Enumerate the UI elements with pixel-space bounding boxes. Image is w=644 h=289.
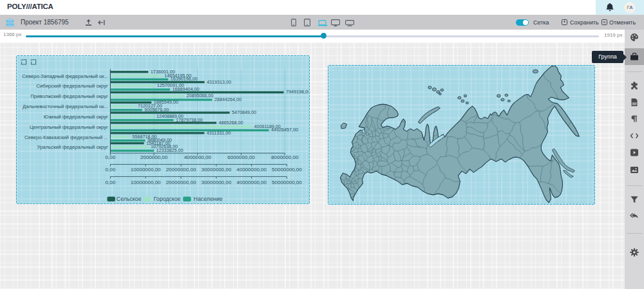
svg-text:12333825,00: 12333825,00	[156, 147, 184, 153]
svg-text:Уральский федеральный округ: Уральский федеральный округ	[37, 144, 108, 150]
svg-text:SVG: SVG	[632, 103, 637, 106]
svg-text:40000000,00: 40000000,00	[236, 167, 267, 172]
svg-text:Городское: Городское	[154, 196, 181, 202]
svg-text:Приволжский федеральный округ: Приволжский федеральный округ	[30, 93, 108, 99]
svg-text:30000000,00: 30000000,00	[201, 167, 231, 172]
svg-text:Сибирский федеральный округ: Сибирский федеральный округ	[36, 83, 108, 89]
svg-text:Северо-Кавказский федеральный: Северо-Кавказский федеральный ...	[24, 135, 108, 140]
svg-text:Население: Население	[194, 196, 223, 202]
svg-text:5470849,00: 5470849,00	[232, 109, 256, 115]
svg-text:Сельское: Сельское	[117, 196, 142, 202]
svg-text:0,00: 0,00	[106, 154, 116, 160]
svg-text:50000000,00: 50000000,00	[272, 180, 302, 185]
svg-text:0,00: 0,00	[106, 180, 116, 185]
svg-text:7949198,00: 7949198,00	[286, 89, 308, 95]
svg-text:28844264,00: 28844264,00	[214, 97, 242, 102]
svg-text:10000000,00: 10000000,00	[131, 167, 161, 172]
svg-text:20000000,00: 20000000,00	[166, 180, 196, 185]
svg-text:4865268,00: 4865268,00	[219, 120, 243, 126]
svg-text:Южный федеральный округ: Южный федеральный округ	[44, 114, 108, 120]
svg-text:50000000,00: 50000000,00	[272, 167, 302, 172]
svg-text:8000000,00: 8000000,00	[271, 154, 299, 160]
svg-text:20000000,00: 20000000,00	[166, 167, 196, 172]
svg-text:16889404,00: 16889404,00	[173, 86, 200, 92]
svg-text:2000000,00: 2000000,00	[140, 154, 168, 160]
svg-text:44926457,00: 44926457,00	[271, 127, 298, 133]
svg-text:Северо-Западный федеральный ок: Северо-Западный федеральный ок...	[22, 73, 108, 79]
svg-text:30000000,00: 30000000,00	[201, 180, 231, 185]
svg-text:6000000,00: 6000000,00	[227, 154, 255, 160]
svg-text:10000000,00: 10000000,00	[131, 180, 161, 185]
svg-text:4311331,00: 4311331,00	[207, 130, 231, 136]
svg-text:Центральный федеральный округ: Центральный федеральный округ	[30, 124, 108, 130]
svg-text:4319313,00: 4319313,00	[207, 79, 231, 85]
svg-text:4000000,00: 4000000,00	[184, 154, 212, 160]
svg-text:20895066,00: 20895066,00	[186, 93, 213, 98]
svg-text:Дальневосточный федеральный ок: Дальневосточный федеральный ок...	[23, 104, 108, 109]
svg-text:40000000,00: 40000000,00	[236, 180, 267, 185]
svg-text:0,00: 0,00	[106, 167, 116, 172]
